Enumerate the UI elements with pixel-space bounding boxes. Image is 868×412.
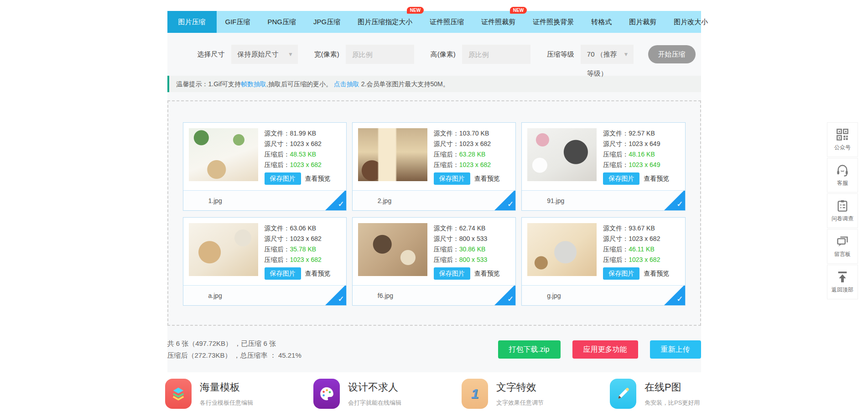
frame-extract-link[interactable]: 帧数抽取 <box>241 80 266 88</box>
source-size-line: 源尺寸：1023 x 682 <box>434 139 500 149</box>
image-card: 源文件：103.70 KB 源尺寸：1023 x 682 压缩后：63.28 K… <box>352 122 516 211</box>
floating-sidebar: 公众号 客服 问卷调查 留言板 返回顶部 <box>827 122 858 300</box>
tab-image-resize[interactable]: 图片改大小 <box>665 11 717 33</box>
promo-title: 在线P图 <box>645 381 700 394</box>
filename-label: g.jpg <box>547 292 561 299</box>
summary-row: 共 6 张（497.72KB） ，已压缩 6 张 压缩后（272.73KB） ，… <box>167 338 701 361</box>
sidebar-item-survey[interactable]: 问卷调查 <box>827 193 858 228</box>
tab-id-photo-compress[interactable]: 证件照压缩 <box>421 11 473 33</box>
promo-design[interactable]: 设计不求人 会打字就能在线编辑 <box>313 379 462 409</box>
save-image-button[interactable]: 保存图片 <box>603 267 639 280</box>
start-compress-button[interactable]: 开始压缩 <box>648 45 696 63</box>
card-footer: 2.jpg ✓ <box>353 190 515 210</box>
thumbnail-image <box>189 223 258 276</box>
tab-jpg-compress[interactable]: JPG压缩 <box>305 11 349 33</box>
promo-photo-editor[interactable]: 在线P图 免安装，比PS更好用 <box>610 379 758 409</box>
sidebar-item-official-account[interactable]: 公众号 <box>827 122 858 157</box>
headset-icon <box>836 164 849 177</box>
main-content: 选择尺寸 保持原始尺寸 ▼ 宽(像素) 高(像素) 压缩等级 70 （推荐等级）… <box>167 33 701 372</box>
view-preview-link[interactable]: 查看预览 <box>305 173 331 184</box>
save-image-button[interactable]: 保存图片 <box>265 267 301 280</box>
image-card: 源文件：92.57 KB 源尺寸：1023 x 649 压缩后：48.16 KB… <box>521 122 685 211</box>
source-file-line: 源文件：62.74 KB <box>434 223 500 234</box>
sidebar-item-message-board[interactable]: 留言板 <box>827 229 858 264</box>
sidebar-item-back-to-top[interactable]: 返回顶部 <box>827 265 858 299</box>
top-nav-wrapper: 图片压缩 GIF压缩 PNG压缩 JPG压缩 图片压缩指定大小 NEW 证件照压… <box>167 0 701 33</box>
size-select[interactable]: 保持原始尺寸 ▼ <box>231 45 298 64</box>
summary-line-compressed: 压缩后（272.73KB） ，总压缩率 ： 45.21% <box>167 349 301 361</box>
sidebar-item-customer-service[interactable]: 客服 <box>827 158 858 193</box>
tab-id-photo-background[interactable]: 证件照换背景 <box>524 11 582 33</box>
source-file-line: 源文件：103.70 KB <box>434 128 500 139</box>
tab-png-compress[interactable]: PNG压缩 <box>259 11 305 33</box>
compressed-file-line: 压缩后：48.53 KB <box>265 149 331 160</box>
tab-image-crop[interactable]: 图片裁剪 <box>620 11 665 33</box>
source-file-line: 源文件：81.99 KB <box>265 128 331 139</box>
height-label: 高(像素) <box>431 50 456 59</box>
tab-image-compress[interactable]: 图片压缩 <box>167 11 217 33</box>
save-image-button[interactable]: 保存图片 <box>603 172 639 185</box>
tab-id-photo-crop[interactable]: 证件照裁剪 NEW <box>473 11 524 33</box>
sidebar-item-label: 返回顶部 <box>832 286 853 294</box>
view-preview-link[interactable]: 查看预览 <box>474 173 500 184</box>
compression-level-select[interactable]: 70 （推荐等级） ▼ <box>581 45 634 64</box>
tab-gif-compress[interactable]: GIF压缩 <box>217 11 259 33</box>
chevron-down-icon: ▼ <box>288 45 293 64</box>
compressed-file-line: 压缩后：30.86 KB <box>434 244 500 255</box>
thumbnail-image <box>189 128 258 181</box>
view-preview-link[interactable]: 查看预览 <box>305 268 331 279</box>
source-file-line: 源文件：63.06 KB <box>265 223 331 234</box>
checkmark-icon: ✓ <box>338 199 344 209</box>
tab-convert-format[interactable]: 转格式 <box>582 11 620 33</box>
source-file-line: 源文件：92.57 KB <box>603 128 669 139</box>
promo-subtitle: 免安装，比PS更好用 <box>645 399 700 407</box>
sidebar-item-label: 公众号 <box>834 144 851 151</box>
reupload-button[interactable]: 重新上传 <box>650 340 701 359</box>
checkmark-icon: ✓ <box>507 199 514 209</box>
checkmark-icon: ✓ <box>676 199 683 209</box>
download-zip-button[interactable]: 打包下载.zip <box>498 340 561 359</box>
promo-subtitle: 各行业模板任意编辑 <box>200 399 253 407</box>
source-size-line: 源尺寸：1023 x 649 <box>603 139 669 149</box>
filename-label: 91.jpg <box>547 197 564 204</box>
compressed-file-line: 压缩后：48.16 KB <box>603 149 669 160</box>
save-image-button[interactable]: 保存图片 <box>434 172 470 185</box>
more-features-button[interactable]: 应用更多功能 <box>572 340 638 359</box>
filename-label: a.jpg <box>208 292 222 299</box>
templates-icon <box>165 379 192 409</box>
size-select-value: 保持原始尺寸 <box>238 50 279 58</box>
compressed-file-line: 压缩后：46.11 KB <box>603 244 669 255</box>
save-image-button[interactable]: 保存图片 <box>265 172 301 185</box>
view-preview-link[interactable]: 查看预览 <box>474 268 500 279</box>
level-select-label: 压缩等级 <box>547 50 574 59</box>
tip-text: 2.会员单张图片最大支持50M。 <box>359 80 449 88</box>
text-effect-icon: 1 <box>462 379 488 409</box>
click-extract-link[interactable]: 点击抽取 <box>334 80 359 88</box>
thumbnail-image <box>527 223 597 276</box>
save-image-button[interactable]: 保存图片 <box>434 267 470 280</box>
source-size-line: 源尺寸：800 x 533 <box>434 234 500 244</box>
height-input[interactable] <box>462 45 530 64</box>
promo-text-effect[interactable]: 1 文字特效 文字效果任意调节 <box>462 379 610 409</box>
promo-subtitle: 文字效果任意调节 <box>496 399 544 407</box>
compressed-size-line: 压缩后：1023 x 682 <box>434 160 500 170</box>
view-preview-link[interactable]: 查看预览 <box>644 173 669 184</box>
compressed-file-line: 压缩后：63.28 KB <box>434 149 500 160</box>
promo-templates[interactable]: 海量模板 各行业模板任意编辑 <box>165 379 313 409</box>
tab-compress-to-size[interactable]: 图片压缩指定大小 NEW <box>349 11 421 33</box>
chevron-down-icon: ▼ <box>624 45 629 64</box>
tip-text: 温馨提示：1.Gif可支持 <box>177 80 241 88</box>
compressed-file-line: 压缩后：35.78 KB <box>265 244 331 255</box>
clipboard-icon <box>836 199 849 212</box>
width-input[interactable] <box>346 45 414 64</box>
size-select-label: 选择尺寸 <box>198 50 225 59</box>
checkmark-icon: ✓ <box>338 294 344 304</box>
checkmark-icon: ✓ <box>676 294 683 304</box>
card-footer: a.jpg ✓ <box>183 285 346 305</box>
view-preview-link[interactable]: 查看预览 <box>644 268 669 279</box>
compressed-size-line: 压缩后：1023 x 682 <box>265 160 331 170</box>
qr-code-icon <box>836 128 849 141</box>
filename-label: f6.jpg <box>378 292 393 299</box>
filename-label: 1.jpg <box>208 197 222 204</box>
image-card: 源文件：63.06 KB 源尺寸：1023 x 682 压缩后：35.78 KB… <box>183 217 347 306</box>
